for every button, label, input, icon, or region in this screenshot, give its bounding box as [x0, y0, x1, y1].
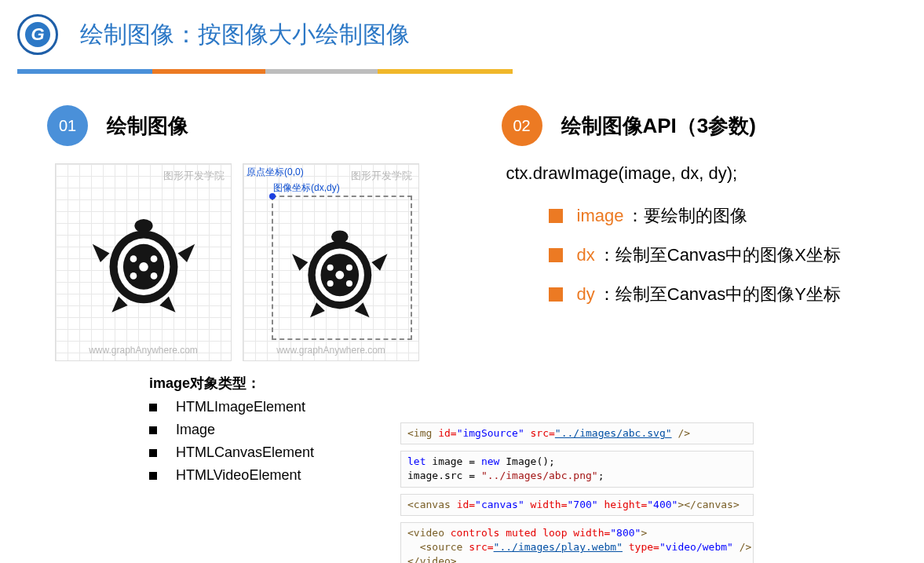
- svg-point-17: [327, 280, 333, 287]
- param-sep: ：: [598, 243, 615, 267]
- svg-point-5: [130, 255, 137, 262]
- code-examples: <img id="imgSource" src="../images/abc.s…: [400, 422, 754, 563]
- svg-point-16: [345, 265, 352, 271]
- type-label: HTMLImageElement: [176, 399, 305, 415]
- param-desc: 绘制至Canvas中的图像X坐标: [615, 243, 841, 267]
- turtle-icon: [86, 207, 200, 321]
- type-label: Image: [176, 422, 215, 438]
- code-js: let image = new Image(); image.src = "..…: [400, 451, 754, 487]
- svg-rect-4: [139, 230, 148, 237]
- page-title: 绘制图像：按图像大小绘制图像: [80, 19, 410, 51]
- watermark-bottom-2: www.graphAnywhere.com: [243, 345, 418, 356]
- canvas-examples: 图形开发学院 www.graphAnyw: [47, 163, 470, 361]
- param-row: image ： 要绘制的图像: [549, 204, 925, 228]
- code-video: <video controls muted loop width="800"> …: [400, 522, 754, 563]
- watermark-bottom: www.graphAnywhere.com: [56, 345, 231, 356]
- bullet-icon: [149, 449, 157, 457]
- code-canvas: <canvas id="canvas" width="700" height="…: [400, 494, 754, 516]
- param-row: dy ： 绘制至Canvas中的图像Y坐标: [549, 283, 925, 306]
- watermark-top: 图形开发学院: [163, 169, 225, 183]
- logo-letter: G: [25, 22, 50, 47]
- param-sep: ：: [598, 283, 615, 306]
- section-1-header: 01 绘制图像: [47, 105, 470, 146]
- bullet-orange-icon: [549, 287, 563, 302]
- types-title: image对象类型：: [149, 374, 470, 393]
- svg-point-6: [150, 255, 157, 262]
- bullet-orange-icon: [549, 248, 563, 262]
- origin-dot-icon: [269, 193, 276, 199]
- section-2-title: 绘制图像API（3参数): [561, 112, 756, 140]
- svg-rect-14: [335, 241, 344, 247]
- turtle-icon-2: [287, 220, 393, 326]
- param-sep: ：: [626, 204, 644, 228]
- type-label: HTMLVideoElement: [176, 467, 301, 484]
- divider-colorbar: [17, 69, 907, 74]
- param-name: dx: [577, 245, 595, 265]
- bullet-orange-icon: [549, 209, 563, 223]
- list-item: HTMLImageElement: [149, 399, 470, 415]
- section-2-number: 02: [502, 105, 542, 146]
- param-desc: 绘制至Canvas中的图像Y坐标: [615, 283, 841, 306]
- svg-point-19: [335, 271, 344, 280]
- type-label: HTMLCanvasElement: [176, 444, 314, 461]
- bullet-icon: [149, 426, 157, 434]
- param-name: dy: [577, 284, 595, 305]
- param-desc: 要绘制的图像: [644, 204, 747, 228]
- section-1-title: 绘制图像: [107, 112, 188, 140]
- header: G 绘制图像：按图像大小绘制图像: [0, 0, 924, 63]
- param-row: dx ： 绘制至Canvas中的图像X坐标: [549, 243, 925, 267]
- bullet-icon: [149, 404, 157, 411]
- canvas-box-1: 图形开发学院 www.graphAnyw: [55, 163, 232, 361]
- api-signature: ctx.drawImage(image, dx, dy);: [506, 163, 925, 184]
- code-img: <img id="imgSource" src="../images/abc.s…: [400, 422, 754, 444]
- origin-coord-label: 原点坐标(0,0): [247, 166, 304, 179]
- logo-icon: G: [17, 14, 58, 55]
- svg-point-9: [139, 262, 148, 272]
- canvas-box-2: 图形开发学院 原点坐标(0,0) 图像坐标(dx,dy): [243, 163, 419, 361]
- watermark-top-2: 图形开发学院: [351, 169, 412, 183]
- params-list: image ： 要绘制的图像 dx ： 绘制至Canvas中的图像X坐标 dy …: [549, 204, 925, 306]
- image-coord-label: 图像坐标(dx,dy): [273, 181, 340, 195]
- bullet-icon: [149, 472, 157, 480]
- param-name: image: [577, 206, 624, 226]
- section-1-number: 01: [47, 105, 88, 146]
- svg-point-8: [150, 272, 157, 280]
- svg-point-7: [130, 272, 137, 280]
- svg-point-18: [345, 280, 352, 287]
- section-2-header: 02 绘制图像API（3参数): [502, 105, 925, 146]
- svg-point-15: [327, 265, 333, 271]
